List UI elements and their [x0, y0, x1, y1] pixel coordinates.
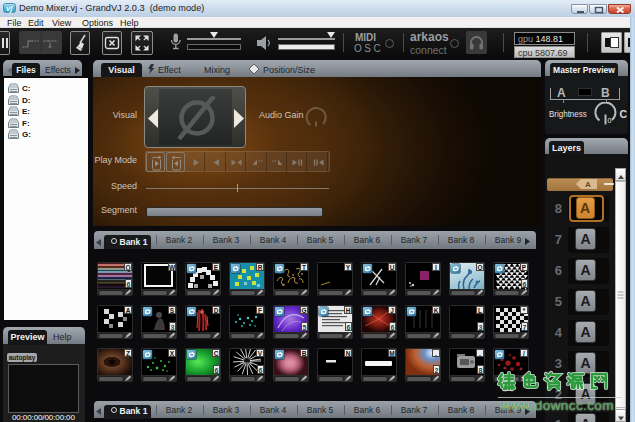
svg-text:Gateway: Gateway [240, 361, 252, 365]
svg-text:A: A [585, 180, 591, 189]
